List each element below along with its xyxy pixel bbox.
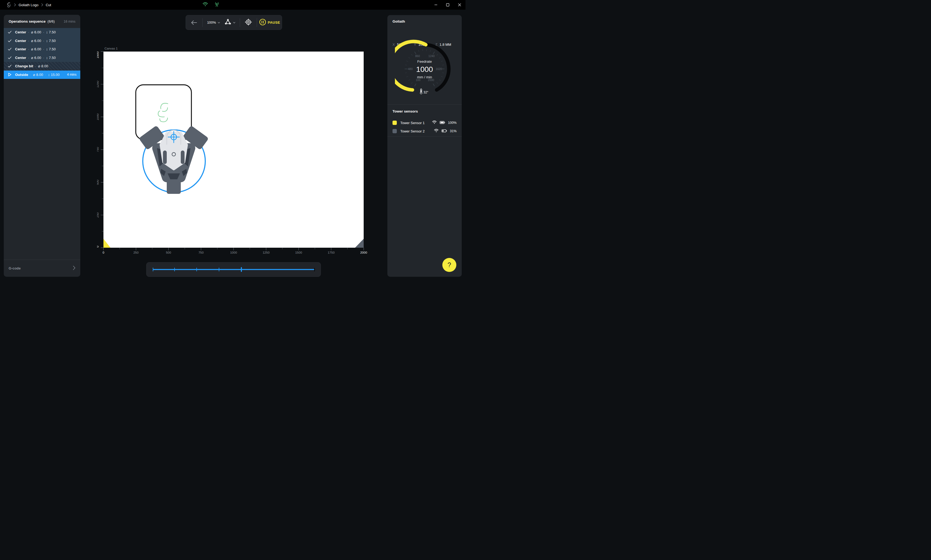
depth-icon: ↕ (46, 47, 48, 51)
svg-text:1250: 1250 (263, 251, 270, 254)
toolbar-divider (202, 18, 203, 27)
check-icon (8, 38, 12, 43)
pause-label: PAUSE (268, 20, 280, 25)
operation-row[interactable]: Center· ⌀6.00 · ↕7.50 (4, 54, 80, 62)
top-bar: Goliath Logo Cut (0, 0, 466, 10)
pause-icon (259, 18, 266, 27)
svg-text:1000: 1000 (230, 251, 237, 254)
wifi-icon (203, 2, 208, 8)
maximize-button[interactable] (442, 0, 454, 10)
operation-row-active[interactable]: Outside· ⌀8.00 · ↕15.00 4 mins (4, 71, 80, 79)
sensor-name: Tower Sensor 1 (400, 121, 425, 125)
goliath-logo-icon[interactable] (6, 2, 11, 8)
svg-text:860: 860 (415, 54, 420, 58)
antenna-icon (214, 2, 220, 8)
check-icon (8, 30, 12, 34)
machine-panel: Goliath X512 Y1061 Z1.8 MM 100 480 860 1… (387, 15, 462, 277)
svg-text:1750: 1750 (328, 251, 334, 254)
feedrate-unit: mm / min (417, 75, 432, 79)
locate-robot-button[interactable] (242, 15, 254, 29)
diameter-icon: ⌀ (31, 56, 33, 60)
tower-sensor-row[interactable]: Tower Sensor 1 100% (393, 120, 456, 126)
panel-divider (387, 136, 462, 137)
help-button[interactable]: ? (442, 258, 456, 272)
feedrate-label: Feedrate (417, 60, 432, 63)
timeline-segment-tick (196, 268, 197, 271)
minimize-button[interactable] (430, 0, 442, 10)
svg-text:480: 480 (408, 67, 413, 71)
diameter-icon: ⌀ (31, 39, 33, 43)
wifi-icon (432, 120, 437, 125)
breadcrumb-page[interactable]: Cut (46, 3, 51, 7)
chevron-right-icon (73, 265, 76, 271)
zoom-dropdown[interactable]: 100% (205, 15, 222, 29)
check-icon (8, 55, 12, 60)
depth-icon: ↕ (46, 39, 48, 43)
playback-toolbar: 100% (186, 15, 282, 30)
sensor-battery-level: 100% (448, 121, 456, 125)
operations-total-time: 16 mins (63, 20, 76, 23)
work-area (103, 52, 364, 248)
timeline-scrubber[interactable] (146, 262, 321, 277)
operations-title: Operations sequence (9, 19, 46, 23)
timeline-track[interactable] (153, 269, 314, 270)
y-axis-labels: 1500 1250 1000 750 500 250 0 (97, 51, 99, 248)
svg-text:750: 750 (199, 251, 203, 254)
svg-text:1500: 1500 (97, 51, 99, 58)
help-label: ? (447, 261, 451, 269)
operations-header: Operations sequence (6/6) 16 mins (4, 15, 80, 28)
svg-text:2000: 2000 (360, 251, 367, 254)
toolbar-divider (240, 18, 240, 27)
sensor-color-swatch (393, 121, 397, 125)
x-axis-labels: 0 250 500 750 1000 1250 1500 1750 2000 (103, 251, 367, 254)
timeline-segment-tick (174, 268, 175, 271)
breadcrumb-chevron-icon (14, 3, 16, 6)
check-icon (8, 64, 12, 68)
sensor-name: Tower Sensor 2 (400, 129, 425, 133)
operation-row[interactable]: Center· ⌀6.00 · ↕7.50 (4, 45, 80, 54)
svg-text:500: 500 (97, 180, 99, 185)
play-icon (8, 72, 12, 77)
svg-text:1500: 1500 (295, 251, 302, 254)
thermometer-icon (420, 89, 422, 94)
svg-text:1250: 1250 (97, 81, 99, 88)
machine-name: Goliath (393, 19, 405, 23)
target-icon (245, 18, 252, 27)
gcode-expander[interactable]: G-code (4, 260, 80, 277)
breadcrumb-chevron-icon (41, 3, 43, 6)
diameter-icon: ⌀ (33, 73, 35, 77)
pause-button[interactable]: PAUSE (259, 15, 280, 29)
feedrate-value: 1000 (416, 65, 433, 74)
tower-sensor-row[interactable]: Tower Sensor 2 31% (393, 128, 456, 134)
temperature-value: 32° (424, 91, 429, 94)
window-controls (430, 0, 466, 10)
sensor-battery-level: 31% (450, 129, 456, 133)
panel-divider (387, 105, 462, 105)
operations-count: (6/6) (48, 19, 55, 23)
wifi-icon (434, 129, 439, 134)
svg-text:500: 500 (166, 251, 171, 254)
x-label: X (393, 43, 395, 46)
operation-row-change-bit[interactable]: Change bit· ⌀8.00 (4, 62, 80, 71)
design-canvas[interactable]: 0 250 500 750 1000 1250 1500 1750 2000 1… (97, 48, 367, 255)
robot-view-dropdown[interactable] (222, 15, 237, 29)
svg-text:250: 250 (133, 251, 139, 254)
depth-icon: ↕ (46, 30, 48, 34)
svg-text:1620: 1620 (436, 67, 442, 71)
operations-panel: Operations sequence (6/6) 16 mins Center… (4, 15, 80, 277)
close-button[interactable] (454, 0, 466, 10)
operation-row[interactable]: Center· ⌀6.00 · ↕7.50 (4, 28, 80, 37)
svg-text:1240: 1240 (429, 54, 435, 58)
timeline-segment-tick (219, 268, 219, 271)
robot-icon (224, 18, 231, 27)
diameter-icon: ⌀ (38, 64, 40, 68)
back-button[interactable] (188, 15, 200, 29)
tower-sensors-title: Tower sensors (393, 109, 418, 113)
timeline-playhead[interactable] (241, 267, 242, 272)
gcode-label: G-code (9, 266, 21, 270)
diameter-icon: ⌀ (31, 30, 33, 34)
operation-row[interactable]: Center· ⌀6.00 · ↕7.50 (4, 37, 80, 45)
svg-text:750: 750 (97, 147, 99, 152)
breadcrumb-project[interactable]: Goliath Logo (18, 3, 39, 7)
zoom-level: 100% (207, 20, 216, 25)
